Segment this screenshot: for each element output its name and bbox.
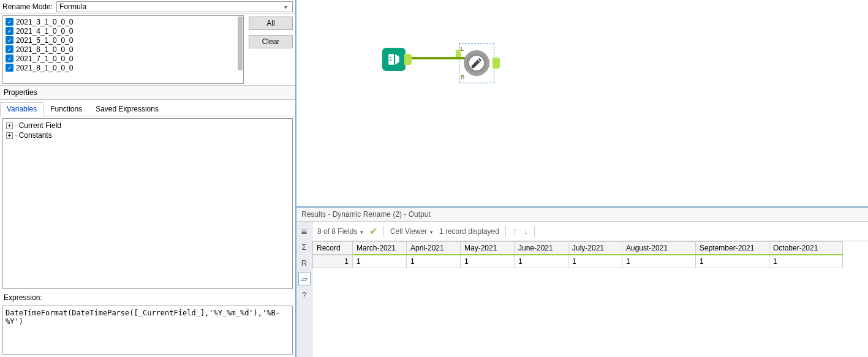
rename-mode-row: Rename Mode: Formula ▾	[0, 0, 295, 13]
results-panel: Results - Dynamic Rename (2) - Output ≣ …	[296, 208, 868, 357]
tab-functions[interactable]: Functions	[43, 102, 89, 116]
output-anchor-icon[interactable]	[492, 58, 500, 69]
arrow-up-icon[interactable]: ↑	[512, 226, 517, 237]
records-summary: 1 record displayed	[439, 227, 499, 236]
input-r-view-button[interactable]: R	[298, 256, 311, 269]
output-anchor-icon[interactable]	[404, 54, 412, 65]
cell[interactable]: 1	[769, 255, 843, 268]
tree-item-constants[interactable]: +·· Constants	[6, 130, 289, 140]
fields-summary-text: 8 of 8 Fields	[317, 227, 357, 236]
fields-summary[interactable]: 8 of 8 Fields ▾	[317, 227, 363, 236]
cell[interactable]: 1	[407, 255, 461, 268]
cell[interactable]: 1	[696, 255, 769, 268]
separator	[383, 226, 384, 237]
cell-viewer-label: Cell Viewer	[390, 227, 427, 236]
input-data-tool[interactable]	[382, 48, 406, 71]
cell[interactable]: 1	[622, 255, 696, 268]
field-item[interactable]: 2021_4_1_0_0_0	[3, 26, 243, 36]
input-l-view-button[interactable]: Σ	[298, 240, 311, 254]
messages-view-button[interactable]: ≣	[298, 224, 311, 238]
properties-tabs: Variables Functions Saved Expressions	[0, 100, 295, 116]
cell-viewer-dropdown[interactable]: Cell Viewer ▾	[390, 227, 433, 236]
checkbox-icon[interactable]	[6, 27, 13, 35]
fields-area: 2021_3_1_0_0_0 2021_4_1_0_0_0 2021_5_1_0…	[0, 13, 295, 86]
separator	[505, 226, 506, 237]
port-l-label: L	[461, 46, 464, 52]
checkbox-icon[interactable]	[6, 18, 13, 26]
field-item[interactable]: 2021_6_1_0_0_0	[3, 45, 243, 54]
apply-check-icon[interactable]: ✔	[369, 225, 377, 237]
checkbox-icon[interactable]	[6, 54, 13, 62]
column-header[interactable]: June-2021	[515, 242, 568, 255]
cell[interactable]: 1	[515, 255, 568, 268]
record-header[interactable]: Record	[313, 242, 353, 255]
svg-rect-0	[390, 57, 391, 58]
tree-label: Constants	[19, 131, 52, 140]
field-item[interactable]: 2021_7_1_0_0_0	[3, 54, 243, 63]
expression-editor[interactable]: DateTimeFormat(DateTimeParse([_CurrentFi…	[2, 306, 293, 355]
caret-down-icon: ▾	[428, 229, 433, 235]
tree-dots-icon: ··	[15, 131, 18, 140]
clear-button[interactable]: Clear	[249, 35, 293, 48]
all-button[interactable]: All	[249, 17, 293, 30]
field-label: 2021_8_1_0_0_0	[16, 64, 73, 72]
variables-tree[interactable]: +·· Current Field +·· Constants	[2, 118, 293, 289]
output-view-button[interactable]: ▱	[298, 272, 311, 285]
config-panel: Rename Mode: Formula ▾ 2021_3_1_0_0_0 20…	[0, 0, 296, 357]
chevron-down-icon: ▾	[284, 4, 290, 10]
selected-tool-frame: L R	[459, 43, 494, 83]
row-number: 1	[313, 255, 353, 268]
scrollbar-thumb[interactable]	[238, 17, 243, 70]
connection-line[interactable]	[407, 57, 467, 59]
column-header[interactable]: September-2021	[696, 242, 769, 255]
column-header[interactable]: July-2021	[568, 242, 622, 255]
rename-mode-value: Formula	[59, 2, 86, 11]
column-header[interactable]: October-2021	[769, 242, 843, 255]
fields-buttons: All Clear	[246, 14, 295, 85]
fields-list[interactable]: 2021_3_1_0_0_0 2021_4_1_0_0_0 2021_5_1_0…	[2, 15, 244, 84]
expression-label: Expression:	[0, 291, 295, 304]
cell[interactable]: 1	[461, 255, 515, 268]
results-vertical-toolbar: ≣ Σ R ▱ ?	[296, 222, 312, 357]
cell[interactable]: 1	[568, 255, 622, 268]
separator	[534, 226, 535, 237]
checkbox-icon[interactable]	[6, 45, 13, 53]
field-item[interactable]: 2021_3_1_0_0_0	[3, 17, 243, 26]
results-grid[interactable]: Record March-2021 April-2021 May-2021 Ju…	[312, 241, 868, 357]
column-header[interactable]: March-2021	[353, 242, 407, 255]
tab-variables[interactable]: Variables	[0, 102, 43, 116]
tree-label: Current Field	[19, 121, 61, 130]
dynamic-rename-tool[interactable]: L R	[459, 43, 494, 83]
port-r-label: R	[461, 74, 465, 80]
tree-dots-icon: ··	[15, 121, 18, 130]
checkbox-icon[interactable]	[6, 36, 13, 44]
rename-mode-select[interactable]: Formula ▾	[56, 1, 293, 12]
checkbox-icon[interactable]	[6, 64, 13, 72]
input-data-icon	[382, 48, 406, 71]
expand-icon[interactable]: +	[6, 122, 13, 129]
svg-rect-1	[390, 59, 391, 61]
column-header[interactable]: May-2021	[461, 242, 515, 255]
field-label: 2021_7_1_0_0_0	[16, 54, 73, 63]
tree-item-current-field[interactable]: +·· Current Field	[6, 121, 289, 130]
input-anchor-icon[interactable]	[456, 50, 461, 57]
column-header[interactable]: April-2021	[407, 242, 461, 255]
expand-icon[interactable]: +	[6, 132, 13, 139]
properties-header: Properties	[0, 86, 295, 100]
help-view-button[interactable]: ?	[298, 288, 311, 301]
column-header[interactable]: August-2021	[622, 242, 696, 255]
field-item[interactable]: 2021_5_1_0_0_0	[3, 36, 243, 45]
gear-icon	[464, 50, 489, 76]
rename-mode-label: Rename Mode:	[2, 2, 53, 11]
table-row[interactable]: 1 1 1 1 1 1 1 1 1	[313, 255, 843, 268]
field-label: 2021_4_1_0_0_0	[16, 27, 73, 36]
arrow-down-icon[interactable]: ↓	[523, 226, 528, 237]
caret-down-icon: ▾	[358, 229, 363, 235]
workflow-canvas[interactable]: L R	[296, 0, 868, 208]
field-item[interactable]: 2021_8_1_0_0_0	[3, 63, 243, 72]
tab-saved-expressions[interactable]: Saved Expressions	[89, 102, 165, 116]
results-toolbar: 8 of 8 Fields ▾ ✔ Cell Viewer ▾ 1 record…	[312, 222, 868, 241]
field-label: 2021_6_1_0_0_0	[16, 45, 73, 54]
cell[interactable]: 1	[353, 255, 407, 268]
field-label: 2021_5_1_0_0_0	[16, 36, 73, 45]
